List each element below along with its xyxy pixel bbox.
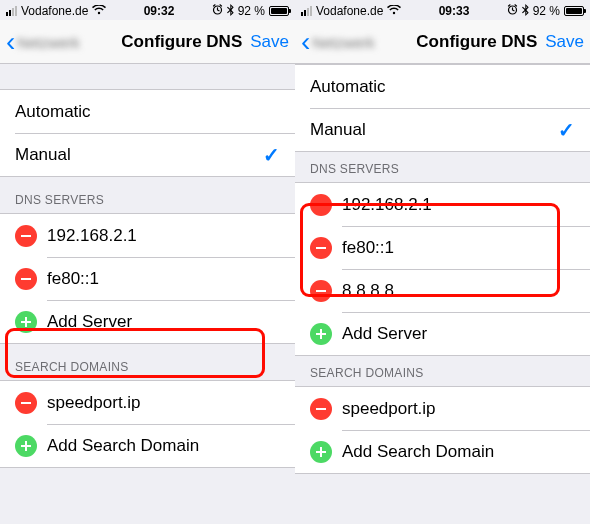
config-automatic-label: Automatic — [310, 77, 575, 97]
add-icon[interactable] — [15, 311, 37, 333]
add-server-label: Add Server — [342, 324, 575, 344]
search-domain-value: speedport.ip — [47, 393, 280, 413]
bluetooth-icon — [227, 4, 234, 18]
search-domains-group: SEARCH DOMAINS speedport.ip Add Search D… — [0, 344, 295, 468]
search-domains-header: SEARCH DOMAINS — [0, 344, 295, 380]
clock: 09:33 — [439, 4, 470, 18]
dns-server-value: fe80::1 — [342, 238, 575, 258]
config-manual-row[interactable]: Manual ✓ — [0, 133, 295, 176]
delete-icon[interactable] — [310, 194, 332, 216]
dns-server-value: fe80::1 — [47, 269, 280, 289]
back-button[interactable]: ‹ Netzwerk — [6, 28, 113, 56]
dns-server-row[interactable]: 8.8.8.8 — [295, 269, 590, 312]
delete-icon[interactable] — [15, 268, 37, 290]
search-domains-group: SEARCH DOMAINS speedport.ip Add Search D… — [295, 356, 590, 474]
page-title: Configure DNS — [121, 32, 242, 52]
dns-server-value: 8.8.8.8 — [342, 281, 575, 301]
battery-icon — [564, 6, 584, 16]
dns-server-row[interactable]: fe80::1 — [295, 226, 590, 269]
search-domains-header: SEARCH DOMAINS — [295, 356, 590, 386]
chevron-left-icon: ‹ — [301, 28, 310, 56]
config-automatic-row[interactable]: Automatic — [0, 90, 295, 133]
delete-icon[interactable] — [310, 237, 332, 259]
alarm-icon — [212, 4, 223, 18]
dns-servers-group: DNS SERVERS 192.168.2.1 fe80::1 8.8.8.8 … — [295, 152, 590, 356]
save-button[interactable]: Save — [250, 32, 289, 52]
back-label: Netzwerk — [17, 34, 113, 50]
delete-icon[interactable] — [310, 398, 332, 420]
dns-server-row[interactable]: 192.168.2.1 — [0, 214, 295, 257]
search-domain-row[interactable]: speedport.ip — [0, 381, 295, 424]
clock: 09:32 — [144, 4, 175, 18]
alarm-icon — [507, 4, 518, 18]
config-manual-label: Manual — [310, 120, 558, 140]
status-bar: Vodafone.de 09:33 92 % — [295, 0, 590, 20]
page-title: Configure DNS — [416, 32, 537, 52]
battery-pct: 92 % — [238, 4, 265, 18]
dns-server-row[interactable]: fe80::1 — [0, 257, 295, 300]
screen-after: Vodafone.de 09:33 92 % ‹ Netzwerk — [295, 0, 590, 474]
carrier-label: Vodafone.de — [21, 4, 88, 18]
dns-server-row[interactable]: 192.168.2.1 — [295, 183, 590, 226]
carrier-label: Vodafone.de — [316, 4, 383, 18]
checkmark-icon: ✓ — [263, 143, 280, 167]
add-domain-label: Add Search Domain — [342, 442, 575, 462]
add-domain-row[interactable]: Add Search Domain — [295, 430, 590, 473]
dns-servers-group: DNS SERVERS 192.168.2.1 fe80::1 Add Serv… — [0, 177, 295, 344]
add-domain-label: Add Search Domain — [47, 436, 280, 456]
dns-servers-header: DNS SERVERS — [295, 152, 590, 182]
search-domain-row[interactable]: speedport.ip — [295, 387, 590, 430]
save-button[interactable]: Save — [545, 32, 584, 52]
bluetooth-icon — [522, 4, 529, 18]
signal-icon — [6, 6, 17, 16]
nav-bar: ‹ Netzwerk Configure DNS Save — [295, 20, 590, 64]
add-server-row[interactable]: Add Server — [0, 300, 295, 343]
add-icon[interactable] — [310, 441, 332, 463]
config-automatic-label: Automatic — [15, 102, 280, 122]
config-manual-row[interactable]: Manual ✓ — [295, 108, 590, 151]
status-bar: Vodafone.de 09:32 92 % — [0, 0, 295, 20]
dns-server-value: 192.168.2.1 — [342, 195, 575, 215]
chevron-left-icon: ‹ — [6, 28, 15, 56]
delete-icon[interactable] — [15, 225, 37, 247]
back-button[interactable]: ‹ Netzwerk — [301, 28, 408, 56]
delete-icon[interactable] — [15, 392, 37, 414]
add-domain-row[interactable]: Add Search Domain — [0, 424, 295, 467]
add-server-row[interactable]: Add Server — [295, 312, 590, 355]
wifi-icon — [92, 4, 106, 18]
config-mode-group: Automatic Manual ✓ — [0, 89, 295, 177]
add-icon[interactable] — [310, 323, 332, 345]
add-server-label: Add Server — [47, 312, 280, 332]
config-mode-group: Automatic Manual ✓ — [295, 64, 590, 152]
checkmark-icon: ✓ — [558, 118, 575, 142]
dns-server-value: 192.168.2.1 — [47, 226, 280, 246]
wifi-icon — [387, 4, 401, 18]
add-icon[interactable] — [15, 435, 37, 457]
search-domain-value: speedport.ip — [342, 399, 575, 419]
config-automatic-row[interactable]: Automatic — [295, 65, 590, 108]
nav-bar: ‹ Netzwerk Configure DNS Save — [0, 20, 295, 64]
delete-icon[interactable] — [310, 280, 332, 302]
back-label: Netzwerk — [312, 34, 408, 50]
battery-pct: 92 % — [533, 4, 560, 18]
battery-icon — [269, 6, 289, 16]
signal-icon — [301, 6, 312, 16]
config-manual-label: Manual — [15, 145, 263, 165]
screen-before: Vodafone.de 09:32 92 % ‹ Netzwerk — [0, 0, 295, 474]
dns-servers-header: DNS SERVERS — [0, 177, 295, 213]
